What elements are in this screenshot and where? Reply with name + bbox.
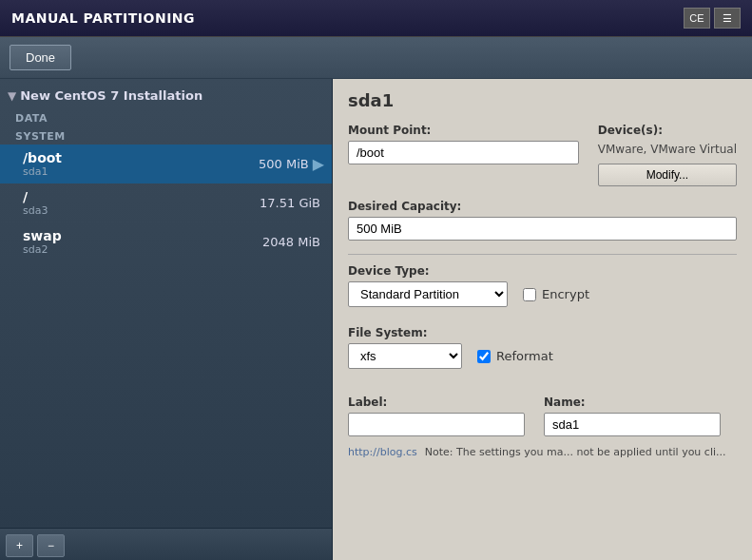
- partition-name-swap: swap: [23, 228, 262, 243]
- partition-item-swap[interactable]: swap sda2 2048 MiB ▶: [0, 222, 332, 261]
- remove-partition-button[interactable]: −: [37, 534, 65, 557]
- window-title: MANUAL PARTITIONING: [11, 10, 195, 26]
- filesystem-row: xfs ext4 ext3 ext2 vfat swap Reformat: [348, 343, 737, 369]
- partition-info-swap: swap sda2: [23, 228, 262, 256]
- reformat-checkbox[interactable]: [477, 350, 491, 363]
- note-text: Note: The settings you ma... not be appl…: [425, 446, 726, 458]
- filesystem-select[interactable]: xfs ext4 ext3 ext2 vfat swap: [348, 343, 462, 369]
- reformat-label: Reformat: [496, 349, 553, 363]
- filesystem-group: File System: xfs ext4 ext3 ext2 vfat swa…: [348, 326, 737, 382]
- partition-device-swap: sda2: [23, 243, 262, 256]
- partition-name-root: /: [23, 189, 260, 204]
- action-bar: Done: [0, 37, 752, 79]
- partition-item-root[interactable]: / sda3 17.51 GiB ▶: [0, 183, 332, 222]
- label-name-row: Label: Name:: [348, 396, 737, 436]
- partition-info-boot: /boot sda1: [23, 150, 259, 178]
- section-data: DATA: [0, 108, 332, 126]
- label-field-label: Label:: [348, 396, 525, 409]
- filesystem-label: File System:: [348, 326, 737, 339]
- name-input[interactable]: [544, 413, 721, 436]
- partition-arrow-boot: ▶: [313, 155, 324, 173]
- tree-arrow-icon: ▼: [8, 89, 16, 103]
- title-bar: MANUAL PARTITIONING CE ☰: [0, 0, 752, 37]
- device-type-select[interactable]: Standard Partition BTRFS LVM LVM Thin Pr…: [348, 281, 508, 307]
- right-panel: sda1 Mount Point: Device(s): VMware, VMw…: [333, 79, 752, 560]
- device-type-label: Device Type:: [348, 264, 737, 278]
- url-note: http://blog.cs: [348, 446, 417, 458]
- left-panel-bottom: + −: [0, 528, 332, 560]
- section-system: SYSTEM: [0, 126, 332, 145]
- label-input[interactable]: [348, 413, 525, 436]
- done-button[interactable]: Done: [10, 45, 71, 70]
- tree-root-label: New CentOS 7 Installation: [20, 88, 202, 103]
- mount-device-row: Mount Point: Device(s): VMware, VMware V…: [348, 124, 737, 186]
- label-group: Label:: [348, 396, 525, 436]
- partition-item-boot[interactable]: /boot sda1 500 MiB ▶: [0, 145, 332, 183]
- name-group: Name:: [544, 396, 721, 436]
- mount-point-input[interactable]: [348, 141, 579, 164]
- tree-root: ▼ New CentOS 7 Installation: [0, 83, 332, 108]
- capacity-input[interactable]: [348, 217, 737, 241]
- partition-info-root: / sda3: [23, 189, 260, 217]
- name-field-label: Name:: [544, 396, 721, 409]
- main-layout: ▼ New CentOS 7 Installation DATA SYSTEM …: [0, 79, 752, 560]
- partition-size-swap: 2048 MiB: [262, 235, 320, 249]
- device-type-group: Device Type: Standard Partition BTRFS LV…: [348, 264, 737, 317]
- settings-button[interactable]: ☰: [714, 8, 741, 29]
- devices-value: VMware, VMware Virtual: [598, 143, 737, 156]
- partition-device-boot: sda1: [23, 165, 259, 178]
- ce-button[interactable]: CE: [684, 8, 710, 29]
- mount-point-label: Mount Point:: [348, 124, 579, 137]
- partition-header: sda1: [348, 90, 737, 110]
- partition-device-root: sda3: [23, 204, 260, 217]
- capacity-group: Desired Capacity:: [348, 200, 737, 241]
- modify-button[interactable]: Modify...: [598, 164, 737, 186]
- title-bar-controls: CE ☰: [684, 8, 741, 29]
- encrypt-checkbox[interactable]: [523, 288, 536, 301]
- devices-label: Device(s):: [598, 124, 737, 137]
- note-row: http://blog.cs Note: The settings you ma…: [348, 446, 737, 458]
- divider-1: [348, 254, 737, 255]
- left-panel: ▼ New CentOS 7 Installation DATA SYSTEM …: [0, 79, 333, 560]
- partition-size-boot: 500 MiB: [259, 157, 309, 171]
- partition-size-root: 17.51 GiB: [260, 196, 320, 210]
- reformat-row: Reformat: [477, 349, 553, 363]
- devices-group: Device(s): VMware, VMware Virtual Modify…: [598, 124, 737, 186]
- capacity-row: Desired Capacity:: [348, 200, 737, 241]
- mount-point-group: Mount Point:: [348, 124, 579, 186]
- capacity-label: Desired Capacity:: [348, 200, 737, 213]
- partition-name-boot: /boot: [23, 150, 259, 165]
- installation-tree: ▼ New CentOS 7 Installation DATA SYSTEM …: [0, 79, 332, 528]
- encrypt-label: Encrypt: [542, 287, 589, 301]
- device-type-row: Standard Partition BTRFS LVM LVM Thin Pr…: [348, 281, 737, 307]
- add-partition-button[interactable]: +: [6, 534, 33, 557]
- encrypt-row: Encrypt: [523, 287, 589, 301]
